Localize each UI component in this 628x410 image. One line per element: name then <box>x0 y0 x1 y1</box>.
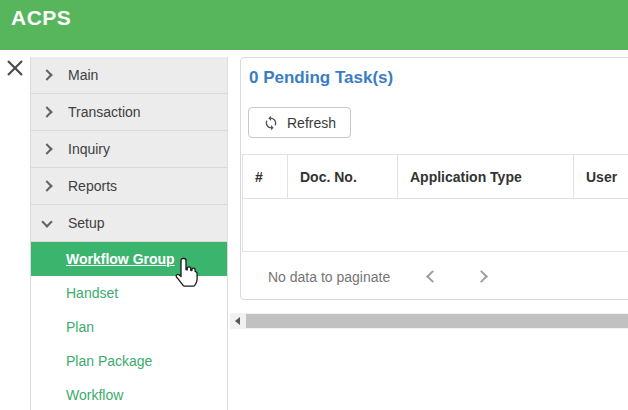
sidebar-subitem-label: Plan <box>66 319 94 335</box>
chevron-right-icon <box>41 106 52 117</box>
sidebar-item-inquiry[interactable]: Inquiry <box>31 131 227 168</box>
arrow-left-icon <box>235 317 240 325</box>
sidebar-subitem-label: Plan Package <box>66 353 152 369</box>
chevron-down-icon <box>41 216 52 227</box>
sidebar-item-label: Inquiry <box>68 141 110 157</box>
chevron-right-icon <box>41 69 52 80</box>
sidebar-subitem-workflow[interactable]: Workflow <box>31 378 227 410</box>
app-title: ACPS <box>11 6 71 30</box>
table-header-application-type: Application Type <box>398 155 574 198</box>
sidebar-subitem-workflow-group[interactable]: Workflow Group <box>31 242 227 276</box>
pagination: No data to paginate <box>241 252 628 301</box>
horizontal-scrollbar[interactable] <box>230 313 628 329</box>
sidebar-item-label: Main <box>68 67 98 83</box>
chevron-right-icon <box>41 143 52 154</box>
table-header-index: # <box>243 155 288 198</box>
page-title: 0 Pending Task(s) <box>249 68 628 88</box>
close-icon <box>5 58 25 82</box>
sidebar-close-button[interactable] <box>2 57 28 83</box>
sidebar-item-main[interactable]: Main <box>31 57 227 94</box>
scrollbar-thumb[interactable] <box>246 314 628 328</box>
app-header: ACPS <box>0 0 628 50</box>
table-header-doc-no: Doc. No. <box>288 155 398 198</box>
sidebar-subitem-plan[interactable]: Plan <box>31 310 227 344</box>
sidebar-item-label: Reports <box>68 178 117 194</box>
sidebar-subitem-plan-package[interactable]: Plan Package <box>31 344 227 378</box>
refresh-button-label: Refresh <box>287 115 336 131</box>
sidebar-subitem-label: Workflow <box>66 387 123 403</box>
scrollbar-left-arrow-button[interactable] <box>230 313 244 329</box>
sidebar-item-setup[interactable]: Setup <box>31 205 227 242</box>
sidebar-subitem-label: Workflow Group <box>66 251 175 267</box>
pending-tasks-panel: 0 Pending Task(s) Refresh # Doc. No. App… <box>240 57 628 300</box>
pagination-empty-text: No data to paginate <box>268 269 390 285</box>
sidebar-item-reports[interactable]: Reports <box>31 168 227 205</box>
chevron-right-icon <box>41 180 52 191</box>
sidebar: Main Transaction Inquiry Reports Setup W… <box>30 57 228 410</box>
sidebar-subitem-label: Handset <box>66 285 118 301</box>
pending-tasks-table: # Doc. No. Application Type User <box>242 154 628 252</box>
sidebar-subitem-handset[interactable]: Handset <box>31 276 227 310</box>
table-empty-body <box>243 199 628 252</box>
refresh-button[interactable]: Refresh <box>248 107 351 138</box>
table-header-row: # Doc. No. Application Type User <box>243 155 628 199</box>
chevron-left-icon <box>426 270 439 283</box>
sidebar-item-transaction[interactable]: Transaction <box>31 94 227 131</box>
pagination-prev-button[interactable] <box>426 267 439 286</box>
chevron-right-icon <box>475 270 488 283</box>
pagination-next-button[interactable] <box>475 267 488 286</box>
refresh-icon <box>263 115 279 131</box>
sidebar-item-label: Setup <box>68 215 105 231</box>
table-header-user: User <box>574 155 628 198</box>
sidebar-item-label: Transaction <box>68 104 141 120</box>
